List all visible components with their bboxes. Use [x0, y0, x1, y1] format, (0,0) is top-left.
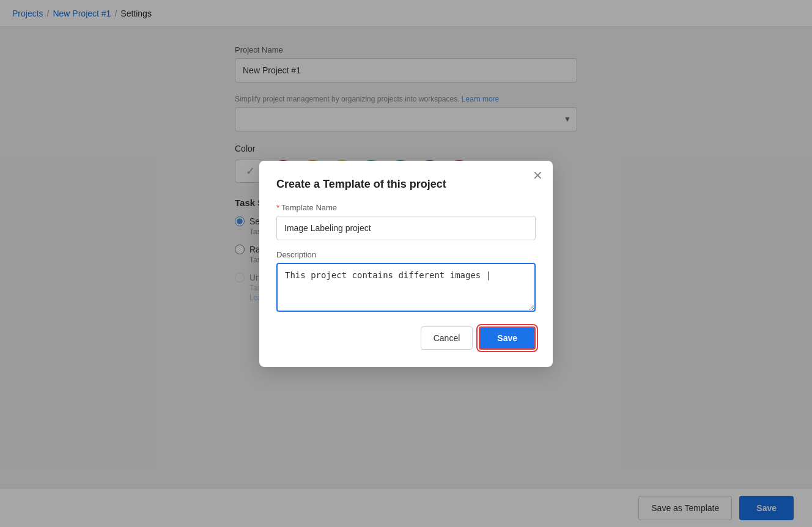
- modal-footer: Cancel Save: [276, 326, 536, 350]
- modal-overlay: Create a Template of this project ✕ * Te…: [0, 0, 812, 527]
- description-textarea[interactable]: This project contains different images |: [276, 263, 536, 312]
- modal-close-button[interactable]: ✕: [533, 169, 543, 182]
- description-label: Description: [276, 250, 536, 259]
- modal-save-button[interactable]: Save: [479, 326, 536, 350]
- required-star: *: [276, 203, 279, 212]
- cancel-button[interactable]: Cancel: [421, 326, 473, 350]
- template-name-input[interactable]: [276, 216, 536, 240]
- modal-title: Create a Template of this project: [276, 178, 536, 191]
- template-name-label: * Template Name: [276, 203, 536, 212]
- create-template-modal: Create a Template of this project ✕ * Te…: [259, 161, 553, 367]
